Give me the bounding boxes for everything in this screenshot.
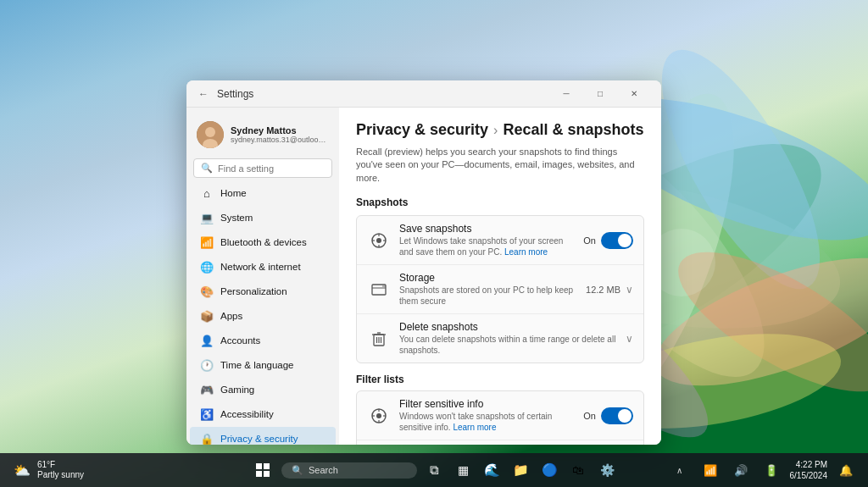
volume-icon[interactable]: 🔊 (729, 458, 753, 482)
delete-expand-icon[interactable]: ∨ (626, 333, 633, 345)
snapshots-section-title: Snapshots (356, 196, 644, 208)
sidebar-item-system[interactable]: 💻 System (190, 206, 336, 230)
delete-snapshots-icon (367, 327, 391, 351)
store-button[interactable]: 🛍 (566, 458, 590, 482)
storage-icon (367, 278, 391, 302)
storage-text: Storage Snapshots are stored on your PC … (399, 272, 577, 307)
nav-label-system: System (220, 213, 253, 223)
storage-expand-icon[interactable]: ∨ (626, 284, 633, 296)
sidebar-item-network[interactable]: 🌐 Network & internet (190, 255, 336, 279)
svg-point-19 (376, 238, 381, 243)
snapshots-card: Save snapshots Let Windows take snapshot… (356, 215, 644, 363)
sidebar-item-bluetooth[interactable]: 📶 Bluetooth & devices (190, 230, 336, 254)
save-snapshots-icon (367, 229, 391, 252)
chrome-button[interactable]: 🔵 (537, 458, 561, 482)
notification-center[interactable]: 🔔 (834, 458, 858, 482)
avatar (197, 121, 224, 148)
maximize-button[interactable]: □ (583, 80, 617, 108)
nav-icon-home: ⌂ (200, 186, 214, 200)
sidebar-item-privacy[interactable]: 🔒 Privacy & security (190, 427, 336, 445)
sidebar-item-apps[interactable]: 📦 Apps (190, 304, 336, 328)
user-email: sydney.mattos.31@outlook.com (231, 136, 329, 144)
filter-sensitive-name: Filter sensitive info (399, 398, 575, 410)
nav-label-accounts: Accounts (220, 335, 260, 346)
taskbar-left: ⛅ 61°F Partly sunny (10, 458, 84, 482)
save-snapshots-control: On (583, 232, 633, 249)
window-controls: ─ □ ✕ (549, 80, 651, 108)
system-tray[interactable]: ∧ (668, 458, 692, 482)
save-snapshots-text: Save snapshots Let Windows take snapshot… (399, 223, 575, 257)
sidebar-item-home[interactable]: ⌂ Home (190, 181, 336, 205)
delete-snapshots-desc: You can delete snapshots within a time r… (399, 334, 617, 356)
filter-sensitive-control: On (583, 407, 633, 424)
nav-label-accessibility: Accessibility (220, 409, 274, 419)
svg-rect-12 (264, 463, 270, 469)
breadcrumb-parent: Privacy & security (356, 121, 488, 139)
weather-widget[interactable]: ⛅ (10, 458, 34, 482)
filter-on-label: On (583, 411, 596, 421)
settings-search-input[interactable] (218, 163, 325, 174)
filter-lists-section-title: Filter lists (356, 374, 644, 385)
nav-icon-network: 🌐 (200, 260, 214, 274)
minimize-button[interactable]: ─ (549, 80, 583, 108)
sidebar-item-personalization[interactable]: 🎨 Personalization (190, 279, 336, 303)
nav-icon-accessibility: ♿ (200, 407, 214, 421)
filter-sensitive-desc: Windows won't take snapshots of certain … (399, 411, 575, 433)
breadcrumb-separator: › (493, 123, 498, 138)
widgets-button[interactable]: ▦ (451, 458, 475, 482)
close-button[interactable]: ✕ (617, 80, 651, 108)
nav-label-home: Home (220, 188, 247, 198)
delete-snapshots-name: Delete snapshots (399, 321, 617, 333)
clock[interactable]: 4:22 PM 6/15/2024 (790, 459, 828, 481)
settings-search-box[interactable]: 🔍 (193, 158, 332, 178)
save-snapshots-toggle[interactable] (601, 232, 633, 249)
storage-name: Storage (399, 272, 577, 284)
svg-point-35 (376, 413, 381, 418)
filter-learn-more-link[interactable]: Learn more (453, 423, 496, 432)
learn-more-link[interactable]: Learn more (504, 247, 548, 257)
search-icon: 🔍 (201, 163, 213, 174)
save-snapshots-desc: Let Windows take snapshots of your scree… (399, 235, 575, 257)
storage-row: Storage Snapshots are stored on your PC … (357, 265, 643, 314)
settings-taskbar-button[interactable]: ⚙️ (595, 458, 619, 482)
nav-list: ⌂ Home 💻 System 📶 Bluetooth & devices 🌐 … (186, 181, 339, 445)
save-snapshots-name: Save snapshots (399, 223, 575, 235)
back-button[interactable]: ← (197, 87, 210, 101)
svg-rect-13 (256, 471, 262, 477)
filter-sensitive-toggle[interactable] (601, 407, 633, 424)
nav-icon-personalization: 🎨 (200, 285, 214, 298)
nav-icon-system: 💻 (200, 211, 214, 224)
svg-rect-11 (256, 463, 262, 469)
network-icon[interactable]: 📶 (698, 458, 722, 482)
on-label: On (583, 235, 596, 246)
storage-value: 12.2 MB (586, 285, 620, 295)
file-explorer-button[interactable]: 📁 (509, 458, 532, 482)
start-button[interactable] (249, 457, 276, 484)
taskbar-center: 🔍 Search ⧉ ▦ 🌊 📁 🔵 🛍 ⚙️ (249, 457, 619, 484)
sidebar-item-accessibility[interactable]: ♿ Accessibility (190, 402, 336, 426)
storage-control: 12.2 MB ∨ (586, 284, 633, 296)
filter-lists-card: Filter sensitive info Windows won't take… (356, 390, 644, 445)
settings-window: ← Settings ─ □ ✕ (186, 80, 661, 445)
taskbar-search[interactable]: 🔍 Search (281, 462, 417, 479)
sidebar-item-time[interactable]: 🕐 Time & language (190, 353, 336, 377)
svg-point-16 (205, 127, 215, 137)
svg-point-27 (384, 285, 386, 287)
svg-rect-14 (264, 471, 270, 477)
nav-label-apps: Apps (220, 311, 242, 321)
sidebar-item-gaming[interactable]: 🎮 Gaming (190, 378, 336, 401)
user-profile[interactable]: Sydney Mattos sydney.mattos.31@outlook.c… (186, 114, 339, 155)
nav-icon-gaming: 🎮 (200, 383, 214, 396)
sidebar: Sydney Mattos sydney.mattos.31@outlook.c… (186, 108, 339, 445)
apps-filter-row: Apps to filter Add or remove apps to fil… (357, 440, 643, 445)
taskbar: ⛅ 61°F Partly sunny 🔍 Search ⧉ ▦ (0, 453, 868, 487)
nav-icon-time: 🕐 (200, 358, 214, 372)
nav-label-network: Network & internet (220, 262, 301, 272)
task-view-button[interactable]: ⧉ (422, 458, 446, 482)
sidebar-item-accounts[interactable]: 👤 Accounts (190, 329, 336, 352)
delete-snapshots-text: Delete snapshots You can delete snapshot… (399, 321, 617, 356)
edge-button[interactable]: 🌊 (480, 458, 504, 482)
nav-icon-accounts: 👤 (200, 334, 214, 347)
battery-icon[interactable]: 🔋 (760, 458, 783, 482)
nav-icon-apps: 📦 (200, 309, 214, 323)
